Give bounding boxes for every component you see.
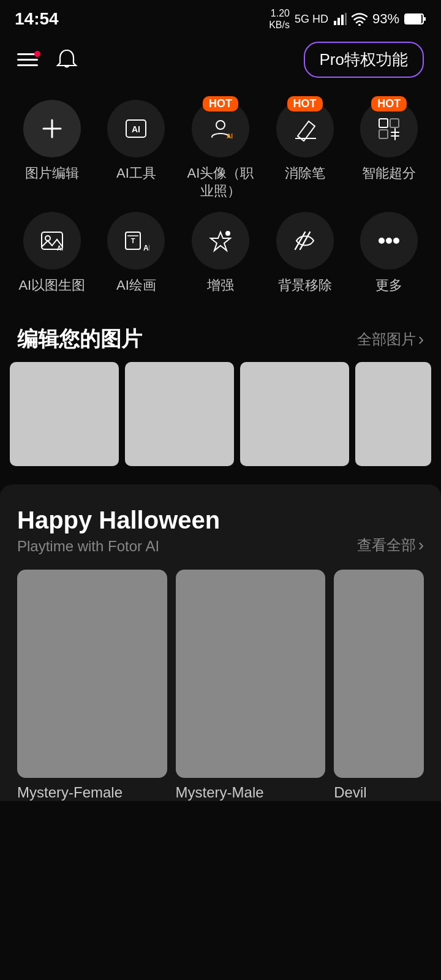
photo-thumb-3[interactable] bbox=[240, 362, 349, 466]
pro-button[interactable]: Pro特权功能 bbox=[304, 42, 424, 78]
tool-ai-paint-label: AI绘画 bbox=[116, 277, 156, 295]
svg-text:AI: AI bbox=[227, 133, 233, 140]
signal-icon bbox=[333, 12, 347, 26]
tools-section: 图片编辑 AI AI工具 HOT AI AI头像（职业照） HOT bbox=[0, 88, 441, 313]
tool-bg-remove[interactable]: 背景移除 bbox=[268, 212, 342, 295]
photo-grid bbox=[0, 362, 441, 478]
svg-line-27 bbox=[300, 232, 310, 249]
svg-rect-1 bbox=[337, 18, 340, 25]
halloween-section: Happy Halloween Playtime with Fotor AI 查… bbox=[0, 484, 441, 801]
svg-point-28 bbox=[379, 238, 384, 243]
photo-thumb-4[interactable] bbox=[355, 362, 431, 466]
svg-rect-6 bbox=[405, 15, 421, 23]
hot-badge-super-res: HOT bbox=[371, 96, 407, 111]
svg-point-4 bbox=[358, 24, 361, 26]
tool-more[interactable]: 更多 bbox=[352, 212, 426, 295]
status-bar: 14:54 1.20 KB/s 5G HD 93% bbox=[0, 0, 441, 34]
svg-rect-0 bbox=[334, 21, 336, 25]
hot-badge-eraser: HOT bbox=[287, 96, 323, 111]
halloween-card-label-1: Mystery-Female bbox=[17, 784, 167, 801]
tool-ai-image-label: AI以图生图 bbox=[18, 277, 85, 295]
view-all-chevron bbox=[418, 535, 424, 555]
tools-row-2: AI AI以图生图 TAI AI绘画 增强 bbox=[10, 212, 431, 295]
svg-text:AI: AI bbox=[143, 244, 149, 252]
halloween-card-2[interactable]: Mystery-Male bbox=[176, 570, 326, 801]
svg-point-30 bbox=[394, 238, 399, 243]
halloween-card-1[interactable]: Mystery-Female bbox=[17, 570, 167, 801]
status-icons: 1.20 KB/s 5G HD 93% bbox=[269, 7, 426, 31]
halloween-subtitle: Playtime with Fotor AI bbox=[17, 538, 220, 555]
network-type-label: 5G HD bbox=[295, 13, 328, 26]
svg-point-29 bbox=[386, 238, 391, 243]
svg-rect-3 bbox=[345, 13, 347, 25]
svg-rect-17 bbox=[379, 130, 388, 138]
menu-button[interactable] bbox=[17, 53, 38, 66]
edit-section-header: 编辑您的图片 全部图片 bbox=[0, 313, 441, 362]
tool-super-res-label: 智能超分 bbox=[362, 165, 416, 183]
halloween-header: Happy Halloween Playtime with Fotor AI 查… bbox=[17, 507, 424, 555]
status-time: 14:54 bbox=[15, 9, 59, 29]
tool-ai-tools[interactable]: AI AI工具 bbox=[99, 100, 173, 200]
svg-text:AI: AI bbox=[57, 245, 63, 252]
battery-icon bbox=[404, 13, 426, 25]
tool-eraser[interactable]: HOT 消除笔 bbox=[268, 100, 342, 200]
tool-enhance-label: 增强 bbox=[207, 277, 234, 295]
tool-add[interactable]: 图片编辑 bbox=[15, 100, 89, 200]
wifi-icon bbox=[352, 12, 368, 26]
all-photos-link[interactable]: 全部图片 bbox=[357, 330, 424, 349]
hot-badge-portrait: HOT bbox=[203, 96, 238, 111]
edit-section-title: 编辑您的图片 bbox=[17, 325, 142, 353]
notification-bell[interactable] bbox=[55, 47, 78, 73]
tool-super-res[interactable]: HOT 智能超分 bbox=[352, 100, 426, 200]
app-header: Pro特权功能 bbox=[0, 34, 441, 88]
svg-point-12 bbox=[216, 121, 225, 129]
halloween-card-3-partial[interactable]: Devil bbox=[334, 570, 424, 801]
svg-rect-2 bbox=[341, 15, 344, 25]
svg-rect-16 bbox=[390, 119, 399, 127]
photo-thumb-1[interactable] bbox=[10, 362, 119, 466]
svg-point-25 bbox=[226, 232, 230, 235]
tool-ai-tools-label: AI工具 bbox=[116, 165, 156, 183]
tool-enhance[interactable]: 增强 bbox=[184, 212, 257, 295]
tool-eraser-label: 消除笔 bbox=[285, 165, 325, 183]
halloween-titles: Happy Halloween Playtime with Fotor AI bbox=[17, 507, 220, 555]
halloween-card-label-3: Devil bbox=[334, 784, 424, 801]
halloween-card-label-2: Mystery-Male bbox=[176, 784, 326, 801]
halloween-grid: Mystery-Female Mystery-Male Devil bbox=[17, 570, 424, 801]
tool-add-label: 图片编辑 bbox=[25, 165, 79, 183]
svg-text:T: T bbox=[131, 237, 135, 244]
halloween-img-2 bbox=[176, 570, 326, 778]
all-photos-chevron bbox=[418, 330, 424, 349]
view-all-link[interactable]: 查看全部 bbox=[357, 535, 424, 555]
menu-notification-dot bbox=[34, 51, 40, 57]
network-speed: 1.20 KB/s bbox=[269, 7, 290, 31]
svg-rect-7 bbox=[424, 17, 426, 21]
svg-rect-15 bbox=[379, 119, 388, 127]
tool-ai-portrait-label: AI头像（职业照） bbox=[184, 165, 257, 200]
tool-bg-remove-label: 背景移除 bbox=[278, 277, 332, 295]
tool-ai-portrait[interactable]: HOT AI AI头像（职业照） bbox=[184, 100, 257, 200]
tool-ai-paint[interactable]: TAI AI绘画 bbox=[99, 212, 173, 295]
halloween-title: Happy Halloween bbox=[17, 507, 220, 534]
tool-more-label: 更多 bbox=[375, 277, 402, 295]
svg-text:AI: AI bbox=[132, 124, 140, 134]
tool-ai-image[interactable]: AI AI以图生图 bbox=[15, 212, 89, 295]
tools-row-1: 图片编辑 AI AI工具 HOT AI AI头像（职业照） HOT bbox=[10, 100, 431, 200]
halloween-img-3 bbox=[334, 570, 424, 778]
photo-thumb-2[interactable] bbox=[125, 362, 234, 466]
header-left bbox=[17, 47, 78, 73]
battery-label: 93% bbox=[372, 11, 399, 27]
halloween-img-1 bbox=[17, 570, 167, 778]
